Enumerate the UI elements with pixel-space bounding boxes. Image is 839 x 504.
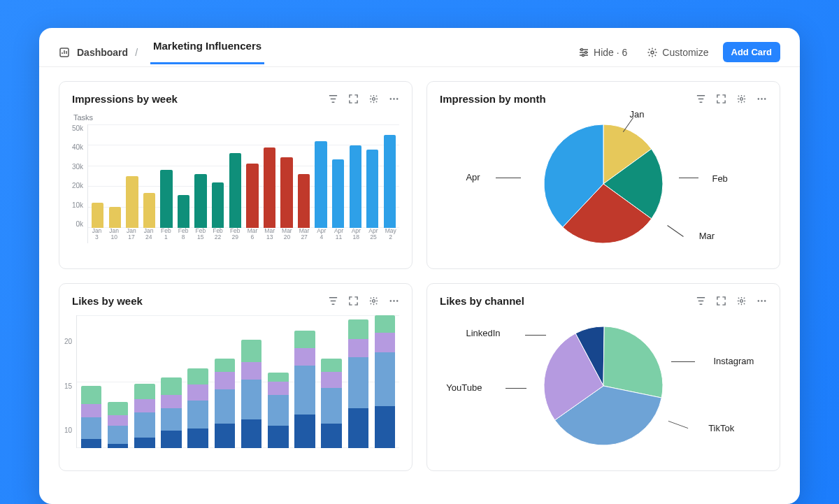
card-impressions-month: Impression by month JanFebMarApr (426, 81, 780, 269)
gear-icon[interactable] (736, 94, 747, 104)
chart-impressions-week: 50k40k30k20k10k0k Jan 3Jan 10Jan 17Jan 2… (72, 124, 399, 243)
cards-grid: Impressions by week Tasks 50k40k30k20k10… (39, 67, 800, 485)
header-bar: Dashboard / Marketing Influencers Hide ·… (39, 28, 800, 67)
expand-icon[interactable] (716, 296, 726, 306)
svg-point-7 (393, 98, 394, 99)
svg-point-13 (373, 300, 375, 303)
hide-label: Hide · 6 (594, 47, 627, 58)
pie-label-linkedin: LinkedIn (466, 328, 500, 338)
chart-impressions-month: JanFebMarApr (440, 110, 767, 257)
pie-label-youtube: YouTube (446, 382, 482, 393)
pie-label-apr: Apr (466, 172, 480, 182)
gear-icon[interactable] (368, 94, 379, 104)
filter-icon[interactable] (328, 94, 338, 104)
customize-button[interactable]: Customize (640, 43, 715, 62)
svg-point-17 (740, 300, 743, 303)
svg-point-20 (764, 300, 766, 301)
svg-point-14 (390, 300, 392, 301)
pie-label-mar: Mar (699, 231, 715, 241)
chart-ylabel: Tasks (73, 113, 399, 122)
filter-icon[interactable] (328, 296, 338, 306)
customize-label: Customize (662, 47, 708, 58)
gear-icon (647, 47, 658, 58)
pie-label-instagram: Instagram (713, 356, 754, 366)
breadcrumb-root[interactable]: Dashboard (77, 47, 128, 58)
card-title: Likes by channel (440, 295, 524, 307)
svg-point-9 (740, 98, 743, 101)
svg-point-3 (582, 54, 585, 56)
chart-likes-week: 201510 (72, 315, 399, 448)
svg-point-6 (390, 98, 392, 99)
card-title: Impressions by week (72, 93, 178, 105)
gear-icon[interactable] (736, 296, 747, 306)
expand-icon[interactable] (348, 94, 359, 104)
card-impressions-week: Impressions by week Tasks 50k40k30k20k10… (59, 81, 413, 269)
svg-point-16 (396, 300, 398, 301)
breadcrumb: Dashboard / Marketing Influencers (59, 40, 264, 64)
pie-label-feb: Feb (712, 173, 727, 184)
card-title: Likes by week (72, 295, 143, 307)
expand-icon[interactable] (716, 94, 726, 104)
filter-icon[interactable] (696, 296, 706, 306)
svg-point-4 (651, 51, 654, 54)
svg-point-2 (585, 51, 587, 53)
svg-point-5 (373, 98, 375, 101)
breadcrumb-sep: / (135, 47, 138, 58)
svg-point-1 (581, 48, 583, 50)
svg-point-18 (758, 300, 759, 301)
svg-point-15 (393, 300, 394, 301)
expand-icon[interactable] (348, 296, 359, 306)
dashboard-icon (59, 47, 70, 58)
more-icon[interactable] (756, 94, 767, 104)
svg-point-10 (758, 98, 759, 99)
more-icon[interactable] (756, 296, 767, 306)
sliders-icon (578, 47, 589, 58)
add-card-button[interactable]: Add Card (723, 42, 781, 62)
chart-likes-channel: LinkedInInstagramTikTokYouTube (440, 312, 767, 459)
hide-button[interactable]: Hide · 6 (571, 43, 634, 62)
breadcrumb-current-tab[interactable]: Marketing Influencers (150, 40, 264, 64)
card-likes-week: Likes by week 201510 (59, 283, 413, 471)
more-icon[interactable] (389, 94, 399, 104)
gear-icon[interactable] (368, 296, 379, 306)
pie-label-tiktok: TikTok (708, 423, 734, 433)
card-likes-channel: Likes by channel LinkedInInstagramTikTok… (426, 283, 780, 471)
filter-icon[interactable] (696, 94, 706, 104)
svg-point-19 (761, 300, 762, 301)
more-icon[interactable] (389, 296, 399, 306)
app-window: Dashboard / Marketing Influencers Hide ·… (39, 28, 800, 504)
card-title: Impression by month (440, 93, 546, 105)
svg-point-12 (764, 98, 766, 99)
svg-point-8 (396, 98, 398, 99)
svg-point-11 (761, 98, 762, 99)
